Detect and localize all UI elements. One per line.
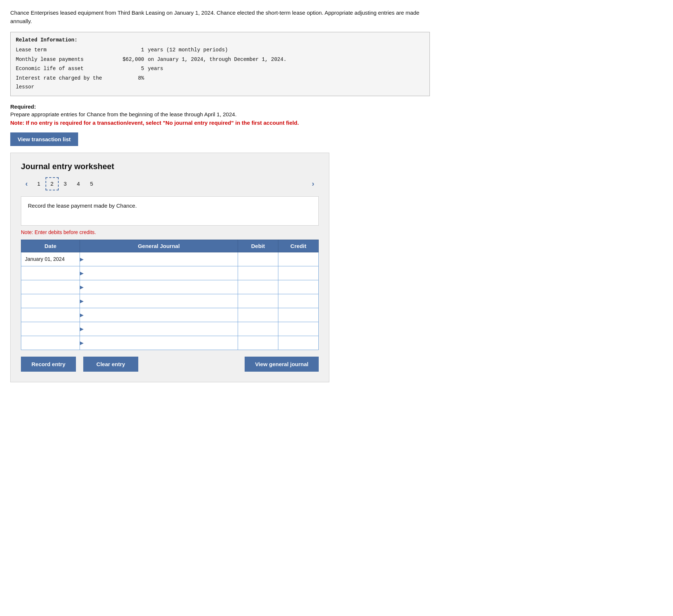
col-header-gj: General Journal: [80, 240, 238, 252]
gj-input[interactable]: [85, 324, 238, 333]
credit-cell[interactable]: [278, 294, 319, 308]
required-note: Note: If no entry is required for a tran…: [10, 120, 430, 126]
debit-cell[interactable]: [238, 336, 278, 350]
related-info-desc: [148, 74, 424, 92]
required-body: Prepare appropriate entries for Chance f…: [10, 111, 430, 117]
related-info-desc: years (12 monthly periods): [148, 45, 424, 55]
next-page-button[interactable]: ›: [307, 179, 319, 188]
related-info-value: 8%: [118, 74, 148, 92]
gj-input[interactable]: [85, 269, 238, 277]
page-1-button[interactable]: 1: [32, 177, 45, 190]
debit-cell[interactable]: [238, 322, 278, 336]
gj-cell[interactable]: ▶: [80, 322, 238, 336]
credit-input[interactable]: [278, 294, 318, 308]
date-cell: [21, 322, 80, 336]
gj-arrow-icon: ▶: [80, 298, 84, 304]
debit-input[interactable]: [238, 266, 278, 280]
credit-input[interactable]: [278, 252, 318, 266]
related-info-box: Related Information: Lease term 1 years …: [10, 32, 430, 96]
col-header-date: Date: [21, 240, 80, 252]
table-header-row: Date General Journal Debit Credit: [21, 240, 319, 252]
table-row: ▶: [21, 322, 319, 336]
date-cell: [21, 336, 80, 350]
debit-cell[interactable]: [238, 252, 278, 266]
related-info-label: Interest rate charged by the lessor: [16, 74, 118, 92]
credit-input[interactable]: [278, 322, 318, 336]
table-row: ▶: [21, 308, 319, 322]
date-cell: [21, 308, 80, 322]
related-info-value: 5: [118, 64, 148, 74]
debit-cell[interactable]: [238, 294, 278, 308]
page-3-button[interactable]: 3: [59, 177, 72, 190]
gj-arrow-icon: ▶: [80, 284, 84, 290]
page-5-button[interactable]: 5: [85, 177, 98, 190]
debit-input[interactable]: [238, 336, 278, 350]
gj-cell[interactable]: ▶: [80, 266, 238, 280]
debit-cell[interactable]: [238, 266, 278, 280]
view-general-journal-button[interactable]: View general journal: [245, 357, 319, 372]
gj-input[interactable]: [85, 296, 238, 305]
required-label: Required:: [10, 103, 430, 110]
page-2-button[interactable]: 2: [45, 177, 59, 190]
related-info-label: Economic life of asset: [16, 64, 118, 74]
credit-cell[interactable]: [278, 336, 319, 350]
related-info-table: Lease term 1 years (12 monthly periods) …: [16, 45, 424, 92]
table-row: ▶: [21, 280, 319, 294]
gj-cell[interactable]: ▶: [80, 308, 238, 322]
date-cell: [21, 280, 80, 294]
gj-input[interactable]: [85, 310, 238, 319]
debit-input[interactable]: [238, 252, 278, 266]
related-info-row: Lease term 1 years (12 monthly periods): [16, 45, 424, 55]
related-info-value: 1: [118, 45, 148, 55]
table-row: ▶: [21, 336, 319, 350]
debit-cell[interactable]: [238, 280, 278, 294]
related-info-row: Interest rate charged by the lessor 8%: [16, 74, 424, 92]
gj-arrow-icon: ▶: [80, 256, 84, 262]
gj-input[interactable]: [85, 255, 238, 263]
bottom-buttons: Record entry Clear entry View general jo…: [21, 357, 319, 372]
related-info-desc: on January 1, 2024, through December 1, …: [148, 55, 424, 65]
date-cell: [21, 294, 80, 308]
prev-page-button[interactable]: ‹: [21, 179, 32, 188]
credit-input[interactable]: [278, 266, 318, 280]
gj-arrow-icon: ▶: [80, 270, 84, 276]
page-4-button[interactable]: 4: [72, 177, 85, 190]
related-info-header: Related Information:: [16, 36, 424, 45]
debit-cell[interactable]: [238, 308, 278, 322]
debit-input[interactable]: [238, 322, 278, 336]
credit-cell[interactable]: [278, 322, 319, 336]
record-entry-button[interactable]: Record entry: [21, 357, 76, 372]
intro-text: Chance Enterprises leased equipment from…: [10, 9, 430, 25]
gj-input[interactable]: [85, 283, 238, 291]
debit-input[interactable]: [238, 308, 278, 322]
note-credits: Note: Enter debits before credits.: [21, 229, 319, 235]
credit-input[interactable]: [278, 308, 318, 322]
col-header-debit: Debit: [238, 240, 278, 252]
gj-cell[interactable]: ▶: [80, 252, 238, 266]
col-header-credit: Credit: [278, 240, 319, 252]
debit-input[interactable]: [238, 280, 278, 294]
credit-cell[interactable]: [278, 308, 319, 322]
debit-input[interactable]: [238, 294, 278, 308]
table-row: ▶: [21, 294, 319, 308]
credit-cell[interactable]: [278, 280, 319, 294]
related-info-row: Monthly lease payments $62,000 on Januar…: [16, 55, 424, 65]
gj-cell[interactable]: ▶: [80, 294, 238, 308]
credit-cell[interactable]: [278, 252, 319, 266]
view-transaction-button[interactable]: View transaction list: [10, 132, 78, 146]
related-info-value: $62,000: [118, 55, 148, 65]
gj-arrow-icon: ▶: [80, 326, 84, 332]
gj-cell[interactable]: ▶: [80, 336, 238, 350]
gj-cell[interactable]: ▶: [80, 280, 238, 294]
gj-arrow-icon: ▶: [80, 312, 84, 318]
worksheet-title: Journal entry worksheet: [21, 162, 319, 171]
credit-input[interactable]: [278, 336, 318, 350]
table-row: ▶: [21, 266, 319, 280]
clear-entry-button[interactable]: Clear entry: [83, 357, 138, 372]
journal-table: Date General Journal Debit Credit Januar…: [21, 240, 319, 350]
related-info-label: Monthly lease payments: [16, 55, 118, 65]
credit-cell[interactable]: [278, 266, 319, 280]
credit-input[interactable]: [278, 280, 318, 294]
date-cell: [21, 266, 80, 280]
gj-input[interactable]: [85, 338, 238, 347]
